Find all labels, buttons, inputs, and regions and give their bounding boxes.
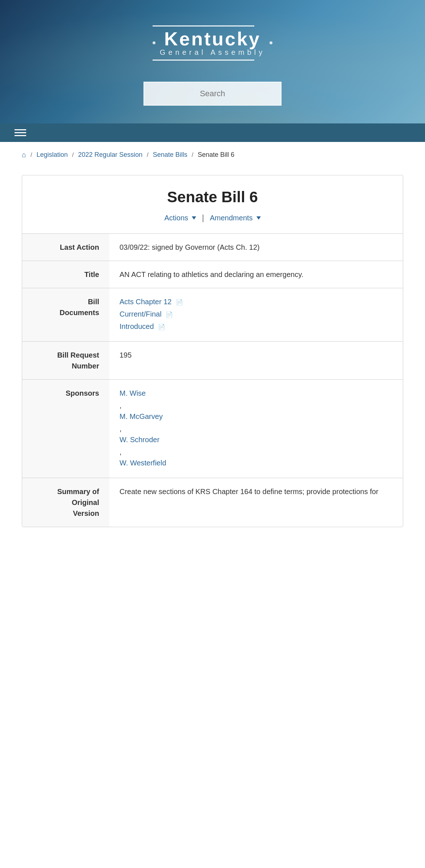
actions-link[interactable]: Actions [164, 214, 196, 222]
sponsor-4-link[interactable]: W. Westerfield [120, 457, 393, 468]
last-action-label: Last Action [22, 234, 109, 261]
home-icon: ⌂ [22, 151, 26, 159]
breadcrumb-home-link[interactable]: ⌂ [22, 151, 26, 159]
amendments-link[interactable]: Amendments [210, 214, 261, 222]
bill-request-row: Bill RequestNumber 195 [22, 342, 403, 380]
introduced-link[interactable]: Introduced 📄 [120, 321, 393, 332]
hamburger-line-1 [15, 129, 26, 130]
summary-label: Summary ofOriginalVersion [22, 478, 109, 527]
title-label: Title [22, 261, 109, 288]
bill-request-label: Bill RequestNumber [22, 342, 109, 380]
bill-documents-row: BillDocuments Acts Chapter 12 📄 Current/… [22, 288, 403, 342]
breadcrumb-sep-4: / [192, 152, 193, 158]
nav-bar [0, 123, 425, 142]
last-action-value: 03/09/22: signed by Governor (Acts Ch. 1… [109, 234, 403, 261]
acts-chapter-link[interactable]: Acts Chapter 12 📄 [120, 296, 393, 307]
logo-area: Kentucky General Assembly [145, 18, 280, 71]
sponsors-values: M. Wise, M. McGarvey, W. Schroder, W. We… [109, 380, 403, 478]
breadcrumb-current: Senate Bill 6 [198, 151, 234, 159]
title-row: Title AN ACT relating to athletics and d… [22, 261, 403, 288]
bill-actions-row: Actions | Amendments [37, 213, 388, 223]
pdf-icon-3: 📄 [158, 323, 165, 331]
logo-subtitle: General Assembly [160, 48, 265, 57]
actions-label: Actions [164, 214, 188, 222]
hamburger-line-2 [15, 132, 26, 133]
pdf-icon-2: 📄 [166, 310, 173, 319]
logo-title: Kentucky [160, 29, 265, 48]
acts-chapter-label: Acts Chapter 12 [120, 298, 171, 306]
logo-lines: Kentucky General Assembly [153, 25, 272, 61]
pipe-separator: | [202, 213, 204, 223]
breadcrumb-sep-3: / [147, 152, 148, 158]
sponsor-3-link[interactable]: W. Schroder [120, 434, 393, 445]
summary-value: Create new sections of KRS Chapter 164 t… [109, 478, 403, 527]
logo-text-wrap: Kentucky General Assembly [153, 28, 272, 58]
main-content: Senate Bill 6 Actions | Amendments Last … [0, 168, 425, 549]
last-action-row: Last Action 03/09/22: signed by Governor… [22, 234, 403, 261]
breadcrumb-sep-1: / [31, 152, 32, 158]
bill-card: Senate Bill 6 Actions | Amendments Last … [22, 175, 403, 527]
introduced-label: Introduced [120, 322, 154, 330]
sponsors-row: Sponsors M. Wise, M. McGarvey, W. Schrod… [22, 380, 403, 478]
bill-documents-links: Acts Chapter 12 📄 Current/Final 📄 Introd… [109, 288, 403, 342]
title-value: AN ACT relating to athletics and declari… [109, 261, 403, 288]
bill-request-value: 195 [109, 342, 403, 380]
logo-dot-left [153, 41, 155, 44]
amendments-chevron-icon [256, 216, 261, 220]
bill-documents-label: BillDocuments [22, 288, 109, 342]
hamburger-menu[interactable] [15, 129, 26, 136]
current-final-link[interactable]: Current/Final 📄 [120, 309, 393, 319]
bill-header: Senate Bill 6 Actions | Amendments [22, 175, 403, 233]
summary-row: Summary ofOriginalVersion Create new sec… [22, 478, 403, 527]
breadcrumb-session-link[interactable]: 2022 Regular Session [78, 151, 142, 159]
breadcrumb-legislation-link[interactable]: Legislation [37, 151, 68, 159]
hamburger-line-3 [15, 135, 26, 136]
logo-line-bottom [153, 60, 254, 61]
bill-table: Last Action 03/09/22: signed by Governor… [22, 233, 403, 527]
sponsor-2-link[interactable]: M. McGarvey [120, 411, 393, 422]
pdf-icon-1: 📄 [176, 298, 183, 307]
breadcrumb: ⌂ / Legislation / 2022 Regular Session /… [0, 142, 425, 168]
breadcrumb-sep-2: / [72, 152, 74, 158]
bill-title: Senate Bill 6 [37, 188, 388, 206]
logo-dot-right [270, 41, 272, 44]
search-bar-wrap[interactable] [143, 82, 282, 106]
hero-header: Kentucky General Assembly [0, 0, 425, 123]
actions-chevron-icon [192, 216, 196, 220]
amendments-label: Amendments [210, 214, 253, 222]
logo-line-top [153, 25, 254, 27]
logo-text-block: Kentucky General Assembly [160, 29, 265, 57]
breadcrumb-senate-bills-link[interactable]: Senate Bills [153, 151, 187, 159]
search-input[interactable] [143, 82, 282, 106]
current-final-label: Current/Final [120, 310, 162, 318]
sponsors-label: Sponsors [22, 380, 109, 478]
sponsor-1-link[interactable]: M. Wise [120, 388, 393, 399]
